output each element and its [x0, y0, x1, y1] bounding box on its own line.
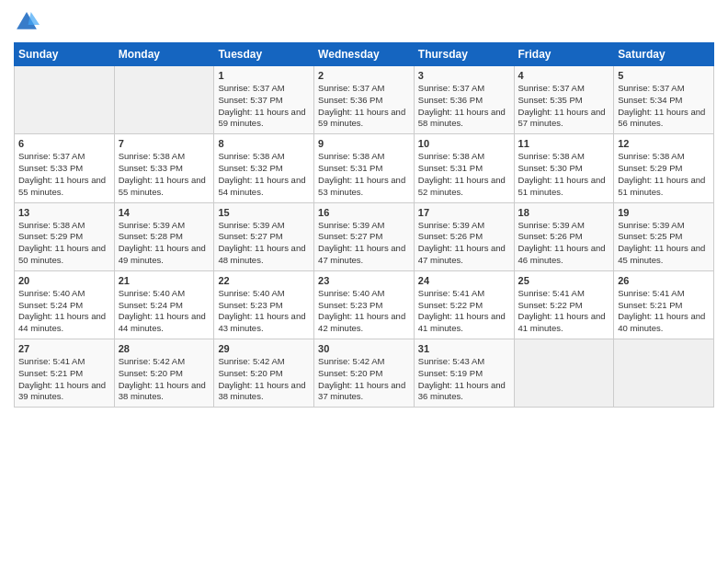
day-info: Sunrise: 5:39 AMSunset: 5:26 PMDaylight:…	[518, 220, 610, 267]
day-number: 5	[618, 70, 710, 81]
calendar-cell	[514, 339, 614, 408]
day-info: Sunrise: 5:40 AMSunset: 5:24 PMDaylight:…	[18, 288, 110, 335]
day-number: 2	[318, 70, 410, 81]
day-number: 30	[318, 343, 410, 354]
day-number: 10	[418, 138, 510, 149]
calendar-cell: 9Sunrise: 5:38 AMSunset: 5:31 PMDaylight…	[314, 134, 415, 202]
day-info: Sunrise: 5:40 AMSunset: 5:23 PMDaylight:…	[218, 288, 310, 335]
day-number: 25	[518, 275, 610, 286]
calendar-cell: 2Sunrise: 5:37 AMSunset: 5:36 PMDaylight…	[314, 66, 415, 134]
day-number: 23	[318, 275, 410, 286]
day-number: 16	[318, 207, 410, 218]
header-day-monday: Monday	[114, 43, 214, 66]
day-number: 13	[18, 207, 110, 218]
calendar-table: SundayMondayTuesdayWednesdayThursdayFrid…	[14, 42, 714, 408]
day-info: Sunrise: 5:38 AMSunset: 5:31 PMDaylight:…	[318, 151, 410, 198]
calendar-cell: 28Sunrise: 5:42 AMSunset: 5:20 PMDayligh…	[114, 339, 214, 408]
day-number: 6	[18, 138, 110, 149]
day-info: Sunrise: 5:39 AMSunset: 5:26 PMDaylight:…	[418, 220, 510, 267]
day-info: Sunrise: 5:37 AMSunset: 5:36 PMDaylight:…	[418, 83, 510, 130]
day-number: 21	[119, 275, 210, 286]
calendar-cell: 31Sunrise: 5:43 AMSunset: 5:19 PMDayligh…	[414, 339, 514, 408]
day-number: 14	[119, 207, 210, 218]
logo-icon	[14, 9, 40, 35]
calendar-cell	[614, 339, 714, 408]
day-info: Sunrise: 5:39 AMSunset: 5:27 PMDaylight:…	[318, 220, 410, 267]
calendar-cell: 13Sunrise: 5:38 AMSunset: 5:29 PMDayligh…	[15, 202, 115, 270]
header	[14, 9, 714, 35]
calendar-cell: 10Sunrise: 5:38 AMSunset: 5:31 PMDayligh…	[414, 134, 514, 202]
day-number: 24	[418, 275, 510, 286]
day-info: Sunrise: 5:42 AMSunset: 5:20 PMDaylight:…	[218, 356, 310, 403]
day-info: Sunrise: 5:38 AMSunset: 5:31 PMDaylight:…	[418, 151, 510, 198]
day-info: Sunrise: 5:41 AMSunset: 5:21 PMDaylight:…	[18, 356, 110, 403]
day-number: 22	[218, 275, 310, 286]
day-info: Sunrise: 5:37 AMSunset: 5:34 PMDaylight:…	[618, 83, 710, 130]
page: SundayMondayTuesdayWednesdayThursdayFrid…	[0, 0, 728, 563]
day-number: 8	[218, 138, 310, 149]
calendar-week-row: 13Sunrise: 5:38 AMSunset: 5:29 PMDayligh…	[15, 202, 714, 270]
calendar-cell: 19Sunrise: 5:39 AMSunset: 5:25 PMDayligh…	[614, 202, 714, 270]
calendar-cell: 23Sunrise: 5:40 AMSunset: 5:23 PMDayligh…	[314, 270, 415, 339]
day-info: Sunrise: 5:38 AMSunset: 5:30 PMDaylight:…	[518, 151, 610, 198]
header-day-thursday: Thursday	[414, 43, 514, 66]
calendar-cell: 7Sunrise: 5:38 AMSunset: 5:33 PMDaylight…	[114, 134, 214, 202]
day-number: 31	[418, 343, 510, 354]
day-info: Sunrise: 5:40 AMSunset: 5:24 PMDaylight:…	[119, 288, 210, 335]
calendar-cell: 4Sunrise: 5:37 AMSunset: 5:35 PMDaylight…	[514, 66, 614, 134]
day-info: Sunrise: 5:38 AMSunset: 5:29 PMDaylight:…	[618, 151, 710, 198]
calendar-week-row: 20Sunrise: 5:40 AMSunset: 5:24 PMDayligh…	[15, 270, 714, 339]
logo	[14, 9, 43, 35]
calendar-cell: 16Sunrise: 5:39 AMSunset: 5:27 PMDayligh…	[314, 202, 415, 270]
calendar-cell: 27Sunrise: 5:41 AMSunset: 5:21 PMDayligh…	[15, 339, 115, 408]
day-info: Sunrise: 5:41 AMSunset: 5:21 PMDaylight:…	[618, 288, 710, 335]
day-number: 4	[518, 70, 610, 81]
day-number: 29	[218, 343, 310, 354]
day-info: Sunrise: 5:39 AMSunset: 5:25 PMDaylight:…	[618, 220, 710, 267]
calendar-cell: 21Sunrise: 5:40 AMSunset: 5:24 PMDayligh…	[114, 270, 214, 339]
day-number: 3	[418, 70, 510, 81]
calendar-cell: 25Sunrise: 5:41 AMSunset: 5:22 PMDayligh…	[514, 270, 614, 339]
calendar-cell	[114, 66, 214, 134]
header-day-sunday: Sunday	[15, 43, 115, 66]
day-number: 9	[318, 138, 410, 149]
day-info: Sunrise: 5:37 AMSunset: 5:37 PMDaylight:…	[218, 83, 310, 130]
calendar-cell: 6Sunrise: 5:37 AMSunset: 5:33 PMDaylight…	[15, 134, 115, 202]
day-number: 27	[18, 343, 110, 354]
day-number: 18	[518, 207, 610, 218]
calendar-cell: 1Sunrise: 5:37 AMSunset: 5:37 PMDaylight…	[214, 66, 314, 134]
day-info: Sunrise: 5:40 AMSunset: 5:23 PMDaylight:…	[318, 288, 410, 335]
calendar-cell: 17Sunrise: 5:39 AMSunset: 5:26 PMDayligh…	[414, 202, 514, 270]
calendar-cell: 12Sunrise: 5:38 AMSunset: 5:29 PMDayligh…	[614, 134, 714, 202]
calendar-cell: 20Sunrise: 5:40 AMSunset: 5:24 PMDayligh…	[15, 270, 115, 339]
day-number: 12	[618, 138, 710, 149]
header-day-tuesday: Tuesday	[214, 43, 314, 66]
day-info: Sunrise: 5:42 AMSunset: 5:20 PMDaylight:…	[318, 356, 410, 403]
calendar-week-row: 1Sunrise: 5:37 AMSunset: 5:37 PMDaylight…	[15, 66, 714, 134]
calendar-cell: 3Sunrise: 5:37 AMSunset: 5:36 PMDaylight…	[414, 66, 514, 134]
calendar-cell: 29Sunrise: 5:42 AMSunset: 5:20 PMDayligh…	[214, 339, 314, 408]
calendar-header-row: SundayMondayTuesdayWednesdayThursdayFrid…	[15, 43, 714, 66]
calendar-cell	[15, 66, 115, 134]
day-info: Sunrise: 5:42 AMSunset: 5:20 PMDaylight:…	[119, 356, 210, 403]
calendar-cell: 8Sunrise: 5:38 AMSunset: 5:32 PMDaylight…	[214, 134, 314, 202]
calendar-cell: 11Sunrise: 5:38 AMSunset: 5:30 PMDayligh…	[514, 134, 614, 202]
calendar-cell: 30Sunrise: 5:42 AMSunset: 5:20 PMDayligh…	[314, 339, 415, 408]
calendar-cell: 14Sunrise: 5:39 AMSunset: 5:28 PMDayligh…	[114, 202, 214, 270]
day-info: Sunrise: 5:41 AMSunset: 5:22 PMDaylight:…	[418, 288, 510, 335]
day-info: Sunrise: 5:38 AMSunset: 5:33 PMDaylight:…	[119, 151, 210, 198]
day-number: 20	[18, 275, 110, 286]
day-number: 26	[618, 275, 710, 286]
calendar-cell: 5Sunrise: 5:37 AMSunset: 5:34 PMDaylight…	[614, 66, 714, 134]
day-number: 17	[418, 207, 510, 218]
day-info: Sunrise: 5:38 AMSunset: 5:29 PMDaylight:…	[18, 220, 110, 267]
calendar-cell: 24Sunrise: 5:41 AMSunset: 5:22 PMDayligh…	[414, 270, 514, 339]
calendar-cell: 26Sunrise: 5:41 AMSunset: 5:21 PMDayligh…	[614, 270, 714, 339]
day-info: Sunrise: 5:43 AMSunset: 5:19 PMDaylight:…	[418, 356, 510, 403]
day-number: 11	[518, 138, 610, 149]
day-number: 15	[218, 207, 310, 218]
day-info: Sunrise: 5:37 AMSunset: 5:36 PMDaylight:…	[318, 83, 410, 130]
day-info: Sunrise: 5:41 AMSunset: 5:22 PMDaylight:…	[518, 288, 610, 335]
calendar-week-row: 27Sunrise: 5:41 AMSunset: 5:21 PMDayligh…	[15, 339, 714, 408]
header-day-saturday: Saturday	[614, 43, 714, 66]
